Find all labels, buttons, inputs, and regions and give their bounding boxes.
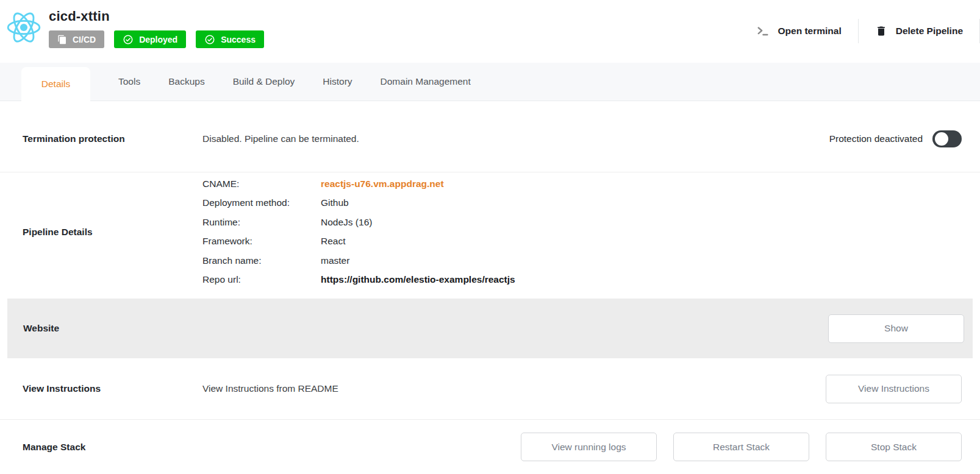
detail-row-branch-name: Branch name: master — [202, 251, 515, 270]
stop-stack-button[interactable]: Stop Stack — [826, 433, 962, 461]
delete-pipeline-button[interactable]: Delete Pipeline — [859, 19, 979, 43]
toggle-knob — [935, 132, 948, 146]
trash-icon — [875, 25, 887, 37]
view-instructions-row: View Instructions View Instructions from… — [0, 358, 980, 420]
detail-value: React — [321, 236, 346, 247]
view-instructions-text: View Instructions from README — [202, 383, 338, 394]
page-header: cicd-xttin CI/CD Deployed — [0, 0, 980, 63]
details-panel: Termination protection Disabled. Pipelin… — [0, 101, 980, 474]
repo-url-value: https://github.com/elestio-examples/reac… — [321, 274, 515, 285]
terminal-icon — [756, 24, 770, 38]
protection-toggle[interactable] — [932, 130, 962, 147]
deployed-badge-label: Deployed — [139, 35, 177, 44]
detail-row-repo-url: Repo url: https://github.com/elestio-exa… — [202, 270, 515, 289]
termination-status-text: Disabled. Pipeline can be terminated. — [202, 133, 359, 144]
manage-stack-row: Manage Stack View running logs Restart S… — [0, 420, 980, 474]
success-badge: Success — [196, 30, 264, 48]
tab-details[interactable]: Details — [21, 67, 90, 101]
check-circle-icon — [204, 34, 215, 45]
detail-row-cname: CNAME: reactjs-u76.vm.appdrag.net — [202, 174, 515, 193]
badge-row: CI/CD Deployed Success — [49, 30, 264, 48]
open-terminal-button[interactable]: Open terminal — [740, 19, 858, 43]
layers-icon — [57, 35, 67, 44]
tab-domain-management[interactable]: Domain Management — [381, 76, 471, 87]
termination-protection-label: Termination protection — [23, 133, 202, 144]
cicd-badge-label: CI/CD — [73, 35, 96, 44]
detail-key: Deployment method: — [202, 197, 321, 208]
cname-link[interactable]: reactjs-u76.vm.appdrag.net — [321, 179, 444, 189]
view-running-logs-button[interactable]: View running logs — [521, 433, 657, 461]
cicd-badge: CI/CD — [49, 30, 104, 48]
tab-bar: Details Tools Backups Build & Deploy His… — [0, 63, 980, 101]
deployed-badge: Deployed — [114, 30, 186, 48]
protection-toggle-label: Protection deactivated — [829, 133, 923, 144]
detail-key: Framework: — [202, 236, 321, 247]
termination-protection-row: Termination protection Disabled. Pipelin… — [0, 101, 980, 172]
manage-stack-buttons: View running logs Restart Stack Stop Sta… — [521, 433, 962, 461]
detail-key: CNAME: — [202, 179, 321, 189]
detail-value: Github — [321, 197, 349, 208]
react-logo-icon — [6, 10, 41, 45]
tab-backups[interactable]: Backups — [168, 76, 204, 87]
detail-value: master — [321, 255, 349, 266]
tab-build-deploy[interactable]: Build & Deploy — [233, 76, 295, 87]
view-instructions-label: View Instructions — [23, 383, 202, 394]
delete-pipeline-label: Delete Pipeline — [896, 26, 963, 37]
pipeline-details-label: Pipeline Details — [23, 227, 202, 238]
pipeline-details-row: Pipeline Details CNAME: reactjs-u76.vm.a… — [0, 172, 980, 291]
website-row: Website Show — [7, 299, 973, 358]
restart-stack-button[interactable]: Restart Stack — [673, 433, 809, 461]
detail-row-deployment-method: Deployment method: Github — [202, 194, 515, 213]
view-instructions-button[interactable]: View Instructions — [826, 375, 962, 403]
manage-stack-label: Manage Stack — [23, 442, 202, 453]
header-actions: Open terminal Delete Pipeline — [740, 19, 980, 43]
success-badge-label: Success — [221, 35, 256, 44]
website-label: Website — [23, 323, 210, 334]
tab-tools[interactable]: Tools — [118, 76, 140, 87]
open-terminal-label: Open terminal — [778, 26, 842, 37]
check-circle-icon — [123, 34, 134, 45]
show-website-button[interactable]: Show — [828, 314, 964, 343]
detail-row-runtime: Runtime: NodeJs (16) — [202, 213, 515, 232]
page-title: cicd-xttin — [49, 9, 264, 24]
detail-value: NodeJs (16) — [321, 217, 372, 228]
tab-history[interactable]: History — [323, 76, 352, 87]
detail-row-framework: Framework: React — [202, 232, 515, 251]
detail-key: Runtime: — [202, 217, 321, 228]
pipeline-details-list: CNAME: reactjs-u76.vm.appdrag.net Deploy… — [202, 174, 515, 289]
detail-key: Repo url: — [202, 274, 321, 285]
detail-key: Branch name: — [202, 255, 321, 266]
